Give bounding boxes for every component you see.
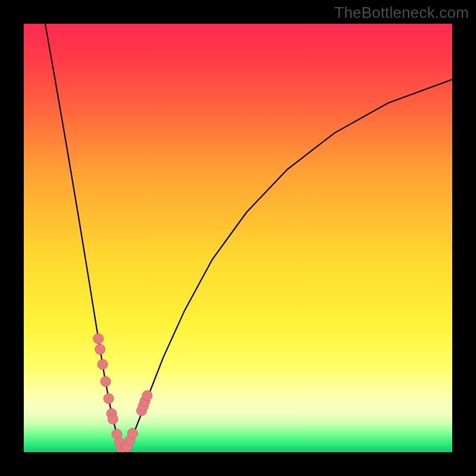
data-point: [95, 345, 105, 355]
data-point: [93, 334, 104, 344]
data-point: [108, 414, 118, 424]
data-point: [98, 359, 108, 369]
data-point: [127, 428, 137, 439]
curve-right-branch: [123, 80, 452, 452]
curve-left-branch: [45, 24, 123, 452]
data-point: [101, 377, 111, 387]
watermark-text: TheBottleneck.com: [334, 4, 469, 22]
chart-frame: TheBottleneck.com: [0, 0, 476, 476]
plot-area: [24, 24, 452, 452]
bottleneck-curve: [24, 24, 452, 452]
highlighted-points-group: [93, 334, 152, 452]
data-point: [142, 390, 152, 400]
data-point: [104, 394, 114, 404]
